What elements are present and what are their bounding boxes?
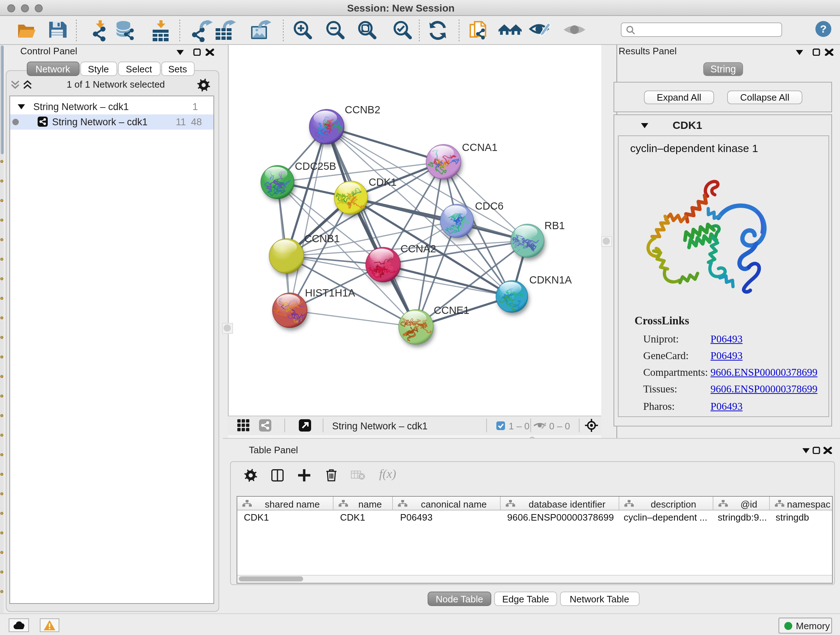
svg-text:CDC6: CDC6 <box>475 200 503 211</box>
svg-text:HIST1H1A: HIST1H1A <box>305 287 355 298</box>
svg-text:CDC25B: CDC25B <box>294 160 336 172</box>
svg-text:CCNB2: CCNB2 <box>344 103 380 115</box>
svg-text:CCNA1: CCNA1 <box>462 141 497 153</box>
svg-text:CCNE1: CCNE1 <box>433 304 469 316</box>
svg-text:CDK1: CDK1 <box>368 176 396 187</box>
svg-text:CCNB1: CCNB1 <box>304 233 339 244</box>
svg-text:RB1: RB1 <box>544 219 564 231</box>
svg-text:CCNA2: CCNA2 <box>400 242 436 254</box>
svg-text:CDKN1A: CDKN1A <box>529 274 572 285</box>
